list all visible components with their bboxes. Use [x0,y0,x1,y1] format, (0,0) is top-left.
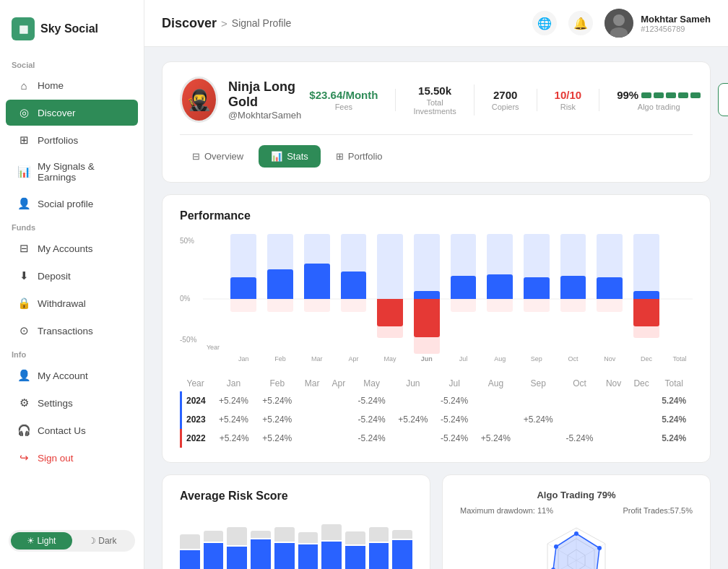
col-dec: Dec [628,375,656,391]
sidebar-item-accounts[interactable]: ⊟ My Accounts [6,235,138,261]
risk-score-title: Average Risk Score [180,490,412,503]
val-2024-total: 5.24% [655,391,693,410]
val-2022-nov [599,429,628,448]
sidebar-item-home[interactable]: ⌂ Home [6,73,138,98]
col-may: May [352,375,392,391]
signals-icon: 📊 [17,165,30,178]
val-2024-apr [326,391,352,410]
tab-overview[interactable]: ⊟ Overview [180,145,256,168]
col-aug: Aug [474,375,517,391]
algo-trading-title: Algo Trading 79% [460,490,693,500]
col-jun: Jun [391,375,434,391]
val-2023-feb: +5.24% [256,410,298,429]
val-2023-jul: -5.24% [434,410,474,429]
profile-handle: @MokhtarSameh [228,110,309,121]
sidebar-item-social-profile[interactable]: 👤 Social profile [6,191,138,217]
notification-icon[interactable]: 🔔 [568,11,593,35]
risk-bar-10 [392,530,412,569]
stat-risk: 10/10 Risk [537,89,600,111]
topbar: Discover > Signal Profile 🌐 🔔 Mokhtar Sa… [144,0,728,47]
val-2022-jul: -5.24% [434,429,474,448]
fees-label: Fees [309,103,378,111]
stat-investments: 15.50k Total Investments [396,84,474,116]
user-profile-button[interactable]: Mokhtar Sameh #123456789 [604,9,711,38]
val-2024-may: -5.24% [352,391,392,410]
svg-marker-9 [553,534,599,569]
sidebar-item-signout[interactable]: ↪ Sign out [6,445,138,471]
theme-dark-button[interactable]: ☽ Dark [72,532,134,550]
year-label-2024: 2024 [181,391,213,410]
bar-mar: Mar [300,234,333,364]
val-2024-oct [560,391,600,410]
tab-stats-label: Stats [287,151,308,162]
profile-info: 🥷 Ninja Long Gold @MokhtarSameh [180,77,309,123]
sidebar-item-label: My Account [38,370,88,381]
bar-oct: Oct [557,234,589,364]
settings-icon: ⚙ [17,396,30,409]
sidebar-item-deposit[interactable]: ⬇ Deposit [6,263,138,289]
tab-portfolio[interactable]: ⊞ Portfolio [324,145,395,168]
sidebar-item-withdrawal[interactable]: 🔒 Withdrawal [6,290,138,316]
accounts-icon: ⊟ [17,242,30,255]
profile-name: Ninja Long Gold [228,79,309,110]
val-2023-nov [599,410,628,429]
val-2023-dec [628,410,656,429]
sidebar-item-discover[interactable]: ◎ Discover [6,100,138,126]
risk-bar-5 [274,527,295,569]
val-2022-may: -5.24% [352,429,392,448]
main-content: Discover > Signal Profile 🌐 🔔 Mokhtar Sa… [144,0,728,569]
table-row-2023: 2023 +5.24% +5.24% -5.24% +5.24% -5.24% … [181,410,693,429]
val-2024-jul: -5.24% [434,391,474,410]
risk-bar-7 [321,524,342,569]
val-2023-aug [474,410,517,429]
stat-copiers: 2700 Copiers [474,89,537,111]
sidebar-item-label: Settings [38,398,73,409]
max-drawdown: Maximum drawdown: 11% [460,506,553,515]
logo-text: Sky Social [40,22,98,35]
sidebar-item-portfolios[interactable]: ⊞ Portfolios [6,127,138,153]
risk-bar-4 [251,531,271,569]
val-2022-apr [326,429,352,448]
page-content: 🥷 Ninja Long Gold @MokhtarSameh $23.64/M… [144,47,728,569]
val-2024-nov [599,391,628,410]
risk-value: 10/10 [555,89,582,101]
tab-overview-label: Overview [204,151,243,162]
svg-point-15 [554,544,558,549]
section-label-social: Social [0,55,144,72]
breadcrumb: Discover > Signal Profile [162,16,291,31]
val-2024-jan: +5.24% [212,391,256,410]
table-row-2022: 2022 +5.24% +5.24% -5.24% -5.24% +5.24% … [181,429,693,448]
algo-label: Algo trading [617,103,701,111]
sidebar-item-signals[interactable]: 📊 My Signals & Earnings [6,155,138,189]
sidebar-item-transactions[interactable]: ⊙ Transactions [6,318,138,344]
sidebar-item-my-account[interactable]: 👤 My Account [6,362,138,388]
algo-value: 99% [617,89,638,101]
copiers-label: Copiers [492,103,519,111]
bar-chart: Year Jan Fe [203,234,693,364]
theme-light-button[interactable]: ☀ Light [11,532,72,550]
discover-icon: ◎ [17,106,30,119]
stats-icon: 📊 [271,151,282,162]
globe-icon[interactable]: 🌐 [532,11,557,35]
copiers-value: 2700 [492,89,519,101]
logo[interactable]: ▦ Sky Social [0,12,144,55]
sidebar-item-label: My Accounts [38,243,93,254]
overview-icon: ⊟ [192,151,200,162]
sidebar-item-settings[interactable]: ⚙ Settings [6,390,138,416]
col-feb: Feb [256,375,298,391]
val-2022-jan: +5.24% [212,429,256,448]
year-label-2022: 2022 [181,429,213,448]
portfolios-icon: ⊞ [17,134,30,147]
bar-apr: Apr [337,234,370,364]
bar-aug: Aug [484,234,516,364]
svg-point-1 [613,14,625,26]
sidebar-item-contact[interactable]: 🎧 Contact Us [6,417,138,443]
tab-stats[interactable]: 📊 Stats [259,145,321,168]
risk-label: Risk [555,103,582,111]
risk-chart [180,514,412,569]
svg-point-11 [597,546,602,550]
profile-stats: $23.64/Month Fees 15.50k Total Investmen… [309,84,718,116]
share-button[interactable]: ↗ Share [718,83,728,116]
bar-jun: Jun [410,234,443,364]
val-2022-dec [628,429,656,448]
